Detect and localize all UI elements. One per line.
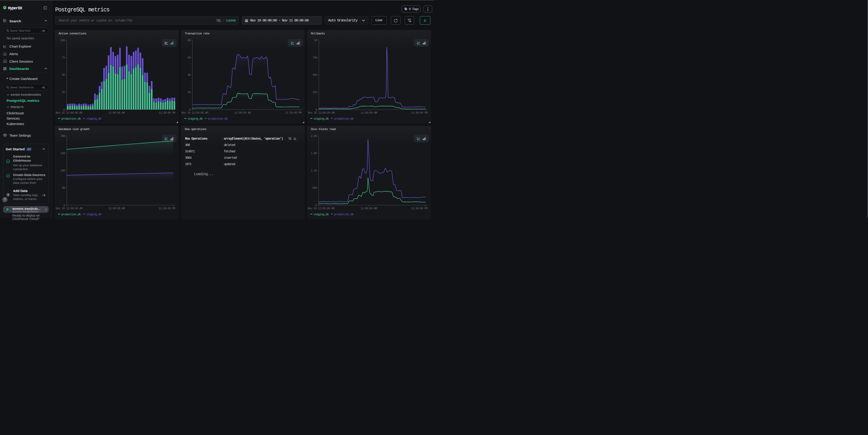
svg-text:100: 100 [60, 39, 65, 42]
svg-text:5B: 5B [62, 186, 65, 190]
svg-text:production_db: production_db [61, 117, 81, 121]
svg-text:1.8K: 1.8K [311, 152, 317, 155]
svg-text:11:30:00 PM: 11:30:00 PM [159, 207, 175, 210]
svg-text:1K: 1K [314, 39, 317, 42]
svg-text:2.4K: 2.4K [311, 134, 317, 138]
svg-text:production_db: production_db [334, 213, 353, 216]
svg-text:production_db: production_db [61, 213, 81, 216]
svg-text:Nov 10 12:00:00 AM: Nov 10 12:00:00 AM [56, 207, 83, 210]
svg-text:600: 600 [312, 186, 317, 190]
svg-text:11:00:00 AM: 11:00:00 AM [108, 111, 125, 114]
svg-text:Nov 10 12:00:00 AM: Nov 10 12:00:00 AM [56, 111, 83, 114]
svg-text:11:30:00 PM: 11:30:00 PM [411, 207, 427, 210]
svg-text:11:30:00 PM: 11:30:00 PM [159, 111, 175, 114]
svg-text:4K: 4K [187, 73, 191, 77]
svg-text:20B: 20B [60, 134, 65, 138]
svg-text:staging_db: staging_db [314, 117, 329, 121]
svg-text:production_db: production_db [334, 117, 353, 121]
svg-text:staging_db: staging_db [86, 213, 101, 216]
svg-text:750: 750 [312, 56, 317, 60]
svg-text:11:30:00 PM: 11:30:00 PM [285, 111, 301, 114]
svg-text:Nov 10 12:00:00 AM: Nov 10 12:00:00 AM [181, 111, 208, 114]
svg-text:Nov 10 12:00:00 AM: Nov 10 12:00:00 AM [308, 207, 334, 210]
svg-text:50: 50 [62, 73, 65, 77]
svg-text:10B: 10B [60, 169, 65, 172]
svg-text:500: 500 [312, 73, 317, 77]
svg-text:25: 25 [62, 91, 65, 94]
svg-text:250: 250 [312, 91, 317, 94]
svg-text:production_db: production_db [208, 117, 227, 121]
svg-text:11:00:00 AM: 11:00:00 AM [108, 207, 125, 210]
svg-text:staging_db: staging_db [86, 117, 101, 121]
svg-text:8K: 8K [187, 39, 191, 42]
svg-text:15B: 15B [60, 152, 65, 155]
svg-text:Nov 10 12:00:00 AM: Nov 10 12:00:00 AM [308, 111, 335, 114]
svg-text:11:30:00 PM: 11:30:00 PM [411, 111, 427, 114]
svg-text:11:00:00 AM: 11:00:00 AM [361, 111, 377, 114]
svg-text:11:00:00 AM: 11:00:00 AM [361, 207, 377, 210]
svg-text:2K: 2K [187, 91, 191, 94]
svg-text:staging_db: staging_db [188, 117, 203, 121]
svg-text:1.2K: 1.2K [311, 169, 317, 172]
svg-text:75: 75 [62, 56, 65, 60]
svg-text:11:00:00 AM: 11:00:00 AM [234, 111, 250, 114]
svg-text:staging_db: staging_db [314, 213, 329, 216]
svg-text:6K: 6K [187, 56, 191, 60]
